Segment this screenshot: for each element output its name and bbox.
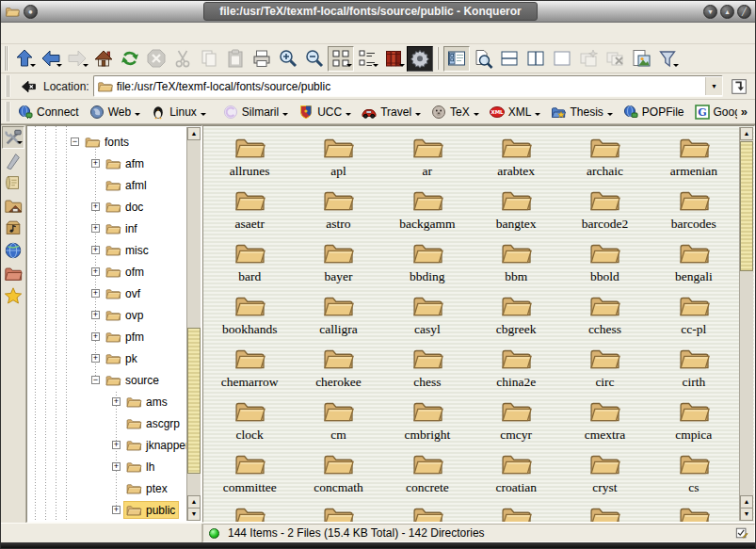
bookmark-overflow-chevron[interactable]: »	[737, 105, 751, 119]
sticky-button[interactable]: ●	[24, 5, 38, 19]
folder-item[interactable]: bangtex	[472, 184, 560, 236]
menu-item[interactable]	[40, 31, 56, 35]
tree-expander[interactable]	[91, 332, 100, 341]
tree-item[interactable]: jknappen	[27, 434, 187, 456]
folder-item[interactable]: barcodes	[650, 184, 738, 236]
gear-button[interactable]	[407, 46, 433, 72]
toolbar-grip[interactable]	[4, 46, 8, 71]
sidebar-root-folder-button[interactable]	[2, 262, 24, 284]
tree-item-body[interactable]: ofm	[104, 264, 147, 280]
scroll-up-button[interactable]: ▲	[187, 495, 201, 509]
folder-item[interactable]: cherokee	[294, 342, 382, 395]
folder-item[interactable]: chemarrow	[205, 342, 294, 395]
folder-item[interactable]: clock	[205, 395, 294, 447]
bookmark-google[interactable]: Google	[690, 103, 737, 121]
location-toolbar-grip[interactable]	[6, 75, 10, 97]
folder-item[interactable]	[560, 500, 649, 522]
up-button[interactable]	[11, 46, 38, 72]
list-view-button[interactable]	[354, 46, 380, 72]
sidebar-bookmarks-star-button[interactable]	[2, 284, 24, 307]
scroll-up-button[interactable]: ▲	[187, 127, 201, 140]
folder-item[interactable]: allrunes	[205, 131, 294, 184]
clear-location-button[interactable]	[17, 76, 40, 97]
folder-item[interactable]: cryst	[560, 447, 649, 500]
cut-button[interactable]	[169, 46, 196, 72]
split-vertical-button[interactable]	[523, 46, 549, 72]
preview-button[interactable]	[628, 46, 654, 72]
tree-item-body[interactable]: ams	[124, 394, 170, 410]
tree-item[interactable]: doc	[27, 196, 187, 218]
scroll-up-button[interactable]: ▲	[740, 495, 753, 509]
stop-button[interactable]	[143, 46, 169, 72]
bookmark-connect[interactable]: Connect	[13, 103, 84, 121]
tree-item-body[interactable]: afml	[104, 177, 150, 193]
folder-item[interactable]: bard	[205, 236, 294, 289]
folder-item[interactable]: committee	[205, 447, 294, 500]
tree-item[interactable]: pk	[27, 347, 187, 369]
bookmark-tux[interactable]: Linux	[146, 103, 211, 121]
folder-item[interactable]: ar	[383, 131, 472, 184]
folder-item[interactable]: casyl	[383, 289, 472, 342]
folder-item[interactable]: cmcyr	[472, 395, 560, 447]
folder-item[interactable]: apl	[294, 131, 382, 184]
menu-item[interactable]	[74, 31, 89, 35]
folder-item[interactable]: bayer	[294, 236, 382, 289]
tree-expander[interactable]	[71, 137, 79, 146]
menu-item[interactable]	[125, 31, 140, 35]
window-folder-icon[interactable]	[5, 5, 20, 18]
menu-item[interactable]	[108, 31, 123, 35]
bookmark-globe[interactable]: Web	[85, 103, 145, 121]
tree-item-body[interactable]: ovf	[104, 285, 143, 301]
tree-item[interactable]: afml	[27, 174, 187, 196]
scroll-up-button[interactable]: ▲	[740, 127, 753, 140]
folder-item[interactable]: croatian	[472, 447, 560, 500]
location-input[interactable]	[117, 80, 705, 93]
bookmark-lion[interactable]: TeX	[426, 103, 484, 121]
tree-item[interactable]: ams	[27, 391, 187, 412]
sidebar-button[interactable]	[443, 46, 470, 72]
folder-item[interactable]: calligra	[294, 289, 382, 342]
folder-item[interactable]: cm	[294, 395, 382, 447]
tree-expander[interactable]	[91, 246, 100, 254]
folder-item[interactable]: cchess	[560, 289, 649, 342]
location-combobox[interactable]: ▼	[93, 75, 723, 97]
folder-item[interactable]: cirth	[650, 342, 738, 395]
bookmark-popfile[interactable]: POPFile	[619, 103, 689, 121]
new-view-button[interactable]	[575, 46, 602, 72]
titlebar[interactable]: ● file:/usr/TeX/texmf-local/fonts/source…	[1, 1, 755, 23]
paste-button[interactable]	[222, 46, 249, 72]
tree-item-body[interactable]: pfm	[104, 329, 147, 345]
tree-item-body[interactable]: public	[124, 502, 178, 518]
split-horizontal-button[interactable]	[496, 46, 523, 72]
menu-item[interactable]	[91, 31, 106, 35]
print-button[interactable]	[249, 46, 275, 72]
tree-item-body[interactable]: ascgrp	[124, 415, 183, 431]
tree-item-body[interactable]: lh	[124, 459, 157, 475]
folder-item[interactable]: chess	[383, 342, 472, 395]
forward-button[interactable]	[64, 46, 90, 72]
tree-expander[interactable]	[91, 202, 100, 211]
tree-item-body[interactable]: fonts	[83, 134, 132, 150]
bookmark-car[interactable]: Travel	[357, 103, 426, 121]
tree-item-body[interactable]: pk	[104, 350, 140, 366]
sidebar-network-globe-button[interactable]	[2, 239, 24, 262]
sidebar-marker-button[interactable]	[2, 149, 24, 171]
tree-expander[interactable]	[91, 354, 100, 363]
tree-item-body[interactable]: afm	[104, 155, 147, 171]
folder-item[interactable]: concmath	[294, 447, 382, 500]
reload-button[interactable]	[117, 46, 143, 72]
tree-expander[interactable]	[112, 419, 121, 428]
menu-item[interactable]	[7, 31, 22, 35]
folder-item[interactable]: cmpica	[650, 395, 738, 447]
tree-item[interactable]: lh	[27, 456, 187, 477]
menu-item[interactable]	[57, 31, 72, 35]
tree-item[interactable]: ovp	[27, 304, 187, 326]
tree-expander[interactable]	[112, 441, 121, 449]
tree-item[interactable]: afm	[27, 153, 187, 174]
folder-item[interactable]: bbold	[560, 236, 649, 289]
folder-item[interactable]	[383, 500, 472, 522]
folder-item[interactable]: bengali	[650, 236, 738, 289]
minimize-button[interactable]: ▾	[703, 5, 717, 19]
back-button[interactable]	[38, 46, 64, 72]
folder-item[interactable]: cbgreek	[472, 289, 560, 342]
